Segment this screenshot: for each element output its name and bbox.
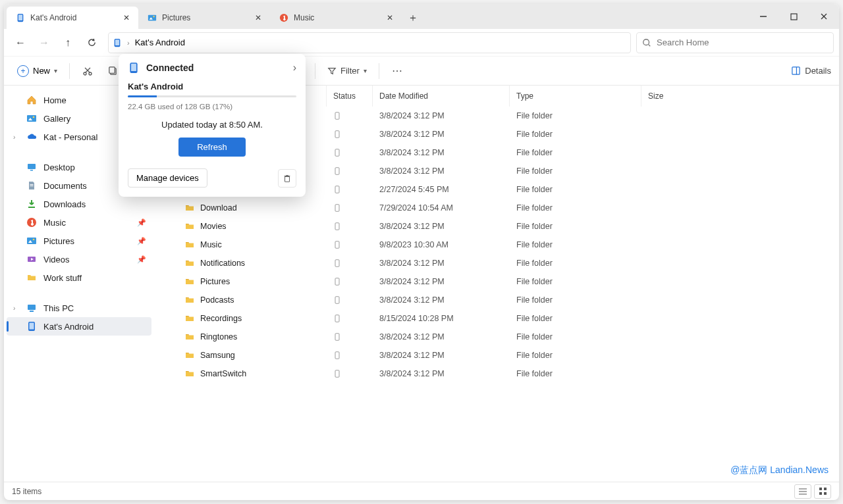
sidebar-item-downloads[interactable]: Downloads <box>7 195 151 213</box>
file-type: File folder <box>510 222 641 231</box>
back-button[interactable]: ← <box>9 32 32 54</box>
file-date: 7/29/2024 10:54 AM <box>373 203 510 213</box>
svg-rect-51 <box>335 278 339 286</box>
phone-status-icon <box>333 296 341 304</box>
sidebar-item-label: Music <box>43 218 66 228</box>
table-row[interactable]: Notifications3/8/2024 3:12 PMFile folder <box>154 254 839 272</box>
file-type: File folder <box>510 332 641 341</box>
cut-button[interactable] <box>76 60 99 82</box>
file-name: Movies <box>200 222 227 231</box>
svg-rect-28 <box>30 170 33 171</box>
new-button[interactable]: + New ▾ <box>12 63 63 80</box>
file-type: File folder <box>510 351 641 360</box>
table-row[interactable]: Samsung3/8/2024 3:12 PMFile folder <box>154 346 839 365</box>
svg-point-15 <box>89 72 92 75</box>
file-type: File folder <box>510 111 641 120</box>
svg-point-4 <box>153 16 154 17</box>
tab-label: Kat's Android <box>30 13 76 22</box>
delete-button[interactable] <box>278 169 296 188</box>
sidebar-item-label: Pictures <box>43 236 74 246</box>
search-placeholder: Search Home <box>657 38 709 47</box>
refresh-nav-button[interactable] <box>80 32 103 54</box>
sidebar-item-label: Work stuff <box>43 273 82 283</box>
sidebar-item-pictures[interactable]: Pictures📌 <box>7 232 151 250</box>
up-button[interactable]: ↑ <box>57 32 79 54</box>
table-row[interactable]: Movies3/8/2024 3:12 PMFile folder <box>154 217 839 236</box>
forward-button[interactable]: → <box>33 32 55 54</box>
status-bar: 15 items <box>4 482 839 500</box>
svg-line-16 <box>86 68 90 72</box>
svg-rect-39 <box>30 311 34 312</box>
sidebar-item-label: Videos <box>43 255 70 265</box>
sidebar-item-label: Desktop <box>43 163 75 172</box>
table-row[interactable]: Recordings8/15/2024 10:28 PMFile folder <box>154 309 839 328</box>
table-row[interactable]: Music9/8/2023 10:30 AMFile folder <box>154 236 839 254</box>
svg-rect-63 <box>824 492 827 495</box>
sidebar-item-this-pc[interactable]: ›This PC <box>7 299 151 317</box>
close-window-button[interactable] <box>809 4 839 29</box>
pin-icon: 📌 <box>137 237 146 245</box>
file-type: File folder <box>510 314 641 323</box>
close-icon[interactable]: ✕ <box>385 11 395 24</box>
updated-text: Updated today at 8:50 AM. <box>128 120 296 130</box>
gallery-icon <box>26 113 37 124</box>
file-date: 3/8/2024 3:12 PM <box>373 369 510 378</box>
phone-status-icon <box>333 186 341 193</box>
column-type[interactable]: Type <box>510 86 641 107</box>
tab-music[interactable]: Music ✕ <box>270 7 402 29</box>
details-button[interactable]: Details <box>791 66 831 76</box>
file-date: 3/8/2024 3:12 PM <box>373 351 510 360</box>
svg-rect-53 <box>335 315 339 322</box>
file-name: Music <box>200 240 222 249</box>
column-status[interactable]: Status <box>327 86 373 107</box>
file-date: 3/8/2024 3:12 PM <box>373 111 510 120</box>
table-row[interactable]: Ringtones3/8/2024 3:12 PMFile folder <box>154 328 839 346</box>
sidebar-item-music[interactable]: Music📌 <box>7 213 151 232</box>
filter-label: Filter <box>340 66 360 76</box>
more-button[interactable]: ⋯ <box>386 60 408 82</box>
onedrive-icon <box>26 132 37 142</box>
tab-pictures[interactable]: Pictures ✕ <box>138 7 270 29</box>
folder-icon <box>184 295 195 305</box>
file-type: File folder <box>510 240 641 249</box>
manage-devices-button[interactable]: Manage devices <box>128 168 207 188</box>
svg-rect-52 <box>335 297 339 304</box>
new-tab-button[interactable]: ＋ <box>402 7 424 29</box>
folder-icon <box>26 272 37 283</box>
address-bar[interactable]: › Kat's Android <box>108 32 631 53</box>
close-icon[interactable]: ✕ <box>253 11 263 24</box>
sidebar-item-videos[interactable]: Videos📌 <box>7 250 151 268</box>
separator <box>69 63 70 79</box>
sidebar-item-work-stuff[interactable]: Work stuff <box>7 268 151 287</box>
sidebar-item-label: Home <box>43 95 67 105</box>
chevron-right-icon[interactable]: › <box>293 62 296 74</box>
table-row[interactable]: Podcasts3/8/2024 3:12 PMFile folder <box>154 291 839 309</box>
table-row[interactable]: Pictures3/8/2024 3:12 PMFile folder <box>154 272 839 291</box>
close-icon[interactable]: ✕ <box>121 11 132 24</box>
chevron-down-icon: ▾ <box>54 67 57 74</box>
column-date[interactable]: Date Modified <box>373 86 510 107</box>
documents-icon <box>26 180 37 191</box>
refresh-button[interactable]: Refresh <box>178 138 246 157</box>
svg-rect-61 <box>824 488 827 490</box>
tab-label: Music <box>294 13 314 22</box>
separator <box>379 63 379 79</box>
tab-kats-android[interactable]: Kat's Android ✕ <box>7 7 138 29</box>
sidebar-item-kat-s-android[interactable]: Kat's Android <box>7 317 151 336</box>
thumbnails-view-button[interactable] <box>814 484 831 499</box>
music-icon <box>26 217 37 228</box>
svg-point-12 <box>643 39 649 45</box>
minimize-button[interactable] <box>748 4 778 29</box>
table-row[interactable]: Download7/29/2024 10:54 AMFile folder <box>154 199 839 217</box>
search-input[interactable]: Search Home <box>636 32 834 53</box>
folder-icon <box>184 276 195 287</box>
phone-status-icon <box>333 259 341 267</box>
table-row[interactable]: SmartSwitch3/8/2024 3:12 PMFile folder <box>154 365 839 383</box>
details-view-button[interactable] <box>794 484 811 499</box>
maximize-button[interactable] <box>778 4 809 29</box>
folder-icon <box>184 313 195 324</box>
filter-button[interactable]: Filter ▾ <box>322 63 372 78</box>
breadcrumb[interactable]: Kat's Android <box>135 38 185 47</box>
column-size[interactable]: Size <box>641 86 839 107</box>
folder-icon <box>184 221 195 232</box>
